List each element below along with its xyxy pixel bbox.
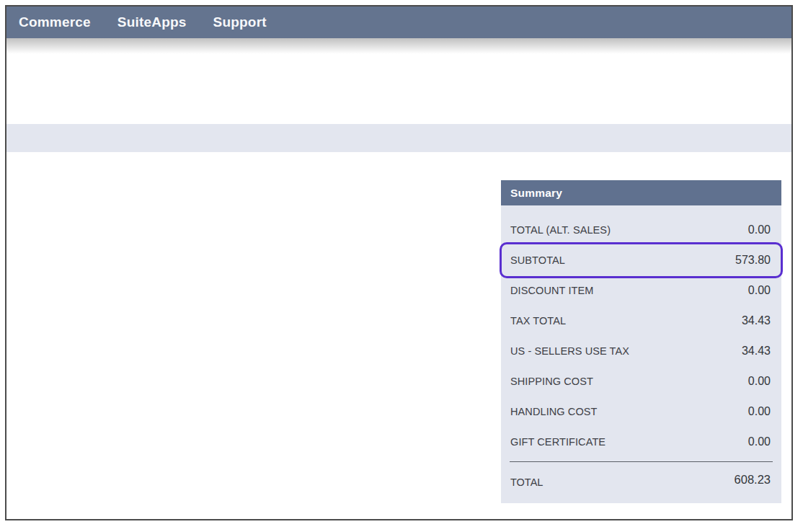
summary-row: TAX TOTAL 34.43 xyxy=(501,306,781,336)
summary-row-value: 0.00 xyxy=(748,375,771,388)
summary-row-label: TAX TOTAL xyxy=(510,315,566,327)
summary-panel: Summary TOTAL (ALT. SALES) 0.00 SUBTOTAL… xyxy=(501,180,781,503)
summary-row: DISCOUNT ITEM 0.00 xyxy=(501,275,781,306)
summary-row-label: DISCOUNT ITEM xyxy=(510,285,593,296)
summary-row-label: HANDLING COST xyxy=(510,406,598,417)
summary-panel-title: Summary xyxy=(501,180,781,205)
summary-row-value: 34.43 xyxy=(742,345,771,358)
summary-row-label: TOTAL (ALT. SALES) xyxy=(510,224,611,236)
nav-item-commerce[interactable]: Commerce xyxy=(19,14,91,30)
summary-total-row: TOTAL 608.23 xyxy=(501,462,781,502)
summary-row-label: SHIPPING COST xyxy=(510,376,593,387)
top-navbar: CommerceSuiteAppsSupport xyxy=(6,6,791,38)
summary-panel-body: TOTAL (ALT. SALES) 0.00 SUBTOTAL 573.80 … xyxy=(501,205,781,503)
summary-row-label: GIFT CERTIFICATE xyxy=(510,436,605,448)
summary-row: HANDLING COST 0.00 xyxy=(501,396,781,427)
browser-content-frame: CommerceSuiteAppsSupport Summary TOTAL (… xyxy=(5,5,793,520)
summary-row-value: 0.00 xyxy=(748,223,771,236)
summary-row: SHIPPING COST 0.00 xyxy=(501,366,781,396)
summary-row: US - SELLERS USE TAX 34.43 xyxy=(501,336,781,366)
summary-row-label: US - SELLERS USE TAX xyxy=(510,345,629,357)
screenshot-stage: CommerceSuiteAppsSupport Summary TOTAL (… xyxy=(0,0,803,532)
summary-row: GIFT CERTIFICATE 0.00 xyxy=(501,427,781,457)
summary-row-value: 573.80 xyxy=(735,254,771,267)
summary-row-value: 0.00 xyxy=(748,435,771,448)
nav-item-suiteapps[interactable]: SuiteApps xyxy=(117,14,187,30)
nav-item-support[interactable]: Support xyxy=(213,14,267,30)
summary-row-highlighted: SUBTOTAL 573.80 xyxy=(501,245,781,275)
page-toolbar-band xyxy=(6,124,791,152)
summary-total-value: 608.23 xyxy=(735,473,771,487)
summary-row: TOTAL (ALT. SALES) 0.00 xyxy=(501,215,781,245)
summary-row-label: SUBTOTAL xyxy=(510,254,565,266)
summary-total-label: TOTAL xyxy=(510,476,543,488)
summary-row-value: 34.43 xyxy=(742,314,771,327)
summary-row-value: 0.00 xyxy=(748,405,771,418)
summary-row-value: 0.00 xyxy=(748,284,771,297)
navbar-shadow xyxy=(6,38,791,56)
summary-rows-container: TOTAL (ALT. SALES) 0.00 SUBTOTAL 573.80 … xyxy=(501,215,781,457)
